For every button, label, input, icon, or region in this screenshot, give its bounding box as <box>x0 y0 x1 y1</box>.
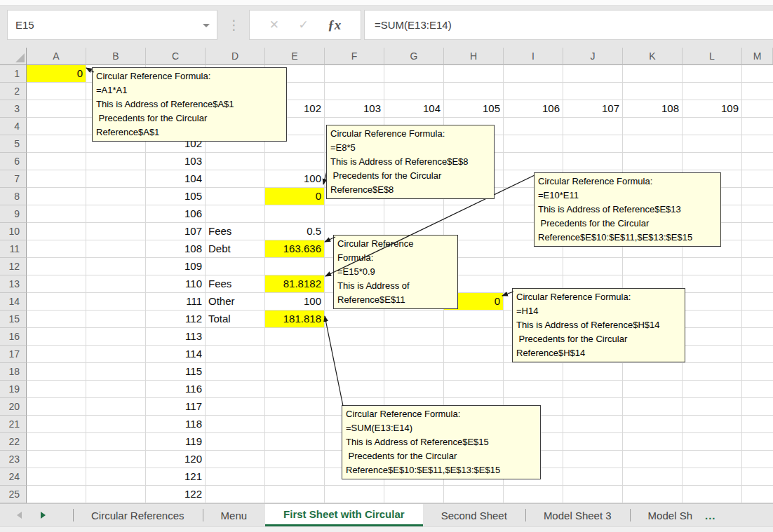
cell-A1[interactable]: 0 <box>27 65 86 82</box>
column-header-A[interactable]: A <box>27 48 86 65</box>
prev-sheet-icon[interactable] <box>17 512 22 519</box>
row-header-21[interactable]: 21 <box>0 416 27 433</box>
cell-C14[interactable]: 111 <box>146 293 205 310</box>
row-header-4[interactable]: 4 <box>0 118 27 135</box>
cell-D11[interactable]: Debt <box>206 240 264 257</box>
cell-D14[interactable]: Other <box>206 293 264 310</box>
row-header-5[interactable]: 5 <box>0 135 27 153</box>
cell-E8[interactable]: 0 <box>265 188 324 205</box>
row-header-6[interactable]: 6 <box>0 153 27 170</box>
cell-D15[interactable]: Total <box>206 311 264 327</box>
cell-H3[interactable]: 105 <box>444 100 503 117</box>
sheet-tab-first-sheet-with-circular[interactable]: First Sheet with Circular <box>265 504 423 526</box>
cell-E7[interactable]: 100 <box>265 170 324 187</box>
row-header-25[interactable]: 25 <box>0 486 27 503</box>
cell-K3[interactable]: 108 <box>623 100 682 117</box>
column-header-H[interactable]: H <box>444 48 504 65</box>
cell-E14[interactable]: 100 <box>265 293 324 310</box>
row-header-11[interactable]: 11 <box>0 240 27 258</box>
column-header-B[interactable]: B <box>86 48 146 65</box>
row-header-22[interactable]: 22 <box>0 433 27 451</box>
cell-E15[interactable]: 181.818 <box>265 311 324 327</box>
sheet-tab-model-sh[interactable]: Model Sh... <box>630 504 734 526</box>
cell-I3[interactable]: 106 <box>504 100 563 117</box>
row-header-7[interactable]: 7 <box>0 170 27 188</box>
cell-C20[interactable]: 117 <box>146 398 205 415</box>
name-box[interactable]: E15 <box>7 10 217 40</box>
row-header-23[interactable]: 23 <box>0 451 27 468</box>
column-header-M[interactable]: M <box>742 48 773 65</box>
column-header-L[interactable]: L <box>683 48 742 65</box>
cell-C15[interactable]: 112 <box>146 311 205 327</box>
row-header-2[interactable]: 2 <box>0 83 27 100</box>
cell-C19[interactable]: 116 <box>146 381 205 397</box>
row-header-10[interactable]: 10 <box>0 223 27 240</box>
row-header-24[interactable]: 24 <box>0 468 27 486</box>
row-header-9[interactable]: 9 <box>0 205 27 223</box>
row-header-13[interactable]: 13 <box>0 275 27 293</box>
insert-function-icon[interactable]: ƒx <box>328 18 341 33</box>
column-header-C[interactable]: C <box>146 48 206 65</box>
row-header-8[interactable]: 8 <box>0 188 27 205</box>
formula-input[interactable]: =SUM(E13:E14) <box>364 10 773 40</box>
cell-J3[interactable]: 107 <box>563 100 622 117</box>
column-header-D[interactable]: D <box>206 48 265 65</box>
cell-C23[interactable]: 120 <box>146 451 205 468</box>
row-header-19[interactable]: 19 <box>0 381 27 398</box>
sheet-tab-model-sheet-3[interactable]: Model Sheet 3 <box>525 504 630 526</box>
confirm-icon[interactable]: ✓ <box>299 18 309 32</box>
cell-G3[interactable]: 104 <box>384 100 443 117</box>
cell-C13[interactable]: 110 <box>146 275 205 292</box>
comment-line: Circular Reference Formula: <box>346 407 537 421</box>
cell-C22[interactable]: 119 <box>146 433 205 450</box>
name-box-dropdown-icon[interactable] <box>203 24 210 27</box>
cell-C7[interactable]: 104 <box>146 170 205 187</box>
cell-L3[interactable]: 109 <box>683 100 741 117</box>
select-all-corner[interactable] <box>0 48 27 65</box>
row-header-18[interactable]: 18 <box>0 363 27 381</box>
cell-C21[interactable]: 118 <box>146 416 205 432</box>
cell-D13[interactable]: Fees <box>206 275 264 292</box>
comment-line: =E10*E11 <box>538 189 717 203</box>
cell-C12[interactable]: 109 <box>146 258 205 275</box>
row-header-3[interactable]: 3 <box>0 100 27 118</box>
cell-C16[interactable]: 113 <box>146 328 205 345</box>
sheet-tab-second-sheet[interactable]: Second Sheet <box>423 504 525 526</box>
column-header-G[interactable]: G <box>384 48 444 65</box>
column-header-F[interactable]: F <box>325 48 384 65</box>
cell-D10[interactable]: Fees <box>206 223 264 240</box>
comment-E11: Circular ReferenceFormula:=E15*0.9This i… <box>333 235 458 309</box>
cancel-icon[interactable]: ✕ <box>269 18 279 32</box>
cell-C8[interactable]: 105 <box>146 188 205 205</box>
next-sheet-icon[interactable] <box>41 512 46 519</box>
sheet-nav <box>0 504 73 526</box>
cell-C6[interactable]: 103 <box>146 153 205 170</box>
cell-C18[interactable]: 115 <box>146 363 205 380</box>
cell-C25[interactable]: 122 <box>146 486 205 503</box>
row-header-12[interactable]: 12 <box>0 258 27 275</box>
cell-E13[interactable]: 81.8182 <box>265 275 324 292</box>
column-header-I[interactable]: I <box>504 48 563 65</box>
cell-F3[interactable]: 103 <box>325 100 384 117</box>
sheet-tab-circular-references[interactable]: Circular References <box>73 504 203 526</box>
row-header-17[interactable]: 17 <box>0 346 27 363</box>
cell-E11[interactable]: 163.636 <box>265 240 324 257</box>
spreadsheet-grid: ABCDEFGHIJKLM 12345678910111213141516171… <box>0 48 773 503</box>
row-header-16[interactable]: 16 <box>0 328 27 346</box>
row-header-20[interactable]: 20 <box>0 398 27 416</box>
row-header-14[interactable]: 14 <box>0 293 27 311</box>
row-header-1[interactable]: 1 <box>0 65 27 83</box>
column-header-J[interactable]: J <box>563 48 623 65</box>
column-header-K[interactable]: K <box>623 48 683 65</box>
cell-C17[interactable]: 114 <box>146 346 205 362</box>
cell-C10[interactable]: 107 <box>146 223 205 240</box>
status-bar <box>0 526 773 532</box>
cell-E10[interactable]: 0.5 <box>265 223 324 240</box>
cell-C11[interactable]: 108 <box>146 240 205 257</box>
sheet-tab-menu[interactable]: Menu <box>203 504 266 526</box>
cell-C9[interactable]: 106 <box>146 205 205 222</box>
row-header-15[interactable]: 15 <box>0 311 27 328</box>
cell-C24[interactable]: 121 <box>146 468 205 485</box>
column-header-E[interactable]: E <box>265 48 325 65</box>
comment-line: This is Address of Reference$A$1 <box>96 97 283 111</box>
